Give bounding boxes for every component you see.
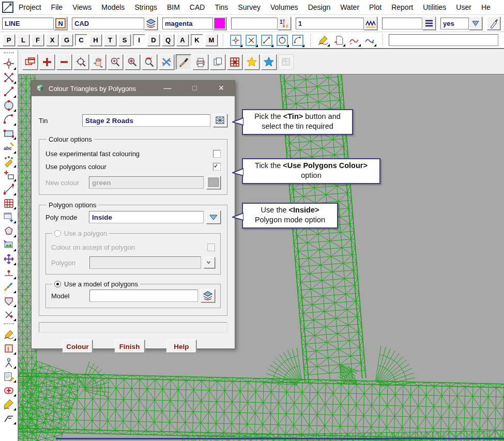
create-circle-icon[interactable] [1, 99, 17, 112]
create-arc-icon[interactable] [1, 113, 17, 126]
poly-mode-input[interactable] [89, 211, 204, 223]
poly-mode-dropdown[interactable] [206, 210, 221, 224]
help-button[interactable]: Help [166, 340, 196, 353]
linestyle-button[interactable] [422, 17, 436, 30]
snap-m-button[interactable]: M [205, 34, 218, 46]
new-window-icon[interactable] [1, 210, 17, 224]
add-view-button[interactable] [39, 54, 55, 70]
model-picker-button[interactable] [144, 17, 158, 30]
snap-t-button[interactable]: T [104, 34, 116, 46]
edit-string-icon[interactable] [1, 155, 17, 168]
point-on-line-icon[interactable] [1, 266, 17, 280]
create-text-icon[interactable]: abc [1, 141, 17, 154]
menu-tins[interactable]: Tins [215, 3, 228, 11]
favourites-star-blue-button[interactable] [261, 54, 277, 70]
cad-tinable-input[interactable] [440, 18, 469, 29]
finish-button[interactable]: Finish [115, 340, 145, 353]
measure-icon[interactable] [1, 183, 17, 196]
model-picker-button[interactable] [201, 289, 215, 302]
menu-project[interactable]: Project [19, 3, 41, 11]
favourites-star-yellow-button[interactable] [244, 54, 259, 70]
delete-point-icon[interactable] [1, 308, 17, 322]
snap-cursor-icon[interactable] [244, 33, 258, 48]
snap-s-button[interactable]: S [118, 34, 131, 46]
breakline-button[interactable] [364, 17, 377, 30]
refresh-button[interactable] [159, 54, 174, 70]
snap-circle-icon[interactable] [275, 33, 289, 48]
colour-picker-button[interactable] [213, 17, 226, 30]
snap-g-button[interactable]: G [60, 34, 73, 46]
cad-height-input[interactable] [231, 18, 278, 29]
use-a-model-radio[interactable] [54, 281, 61, 287]
translate-icon[interactable] [1, 252, 17, 266]
views-menu-button[interactable] [22, 54, 38, 70]
height-button[interactable]: 1z [278, 17, 291, 30]
cad-curve-red-icon[interactable] [347, 33, 361, 47]
create-line-icon[interactable] [1, 85, 17, 98]
app-icon[interactable] [2, 2, 13, 13]
colour-segment-icon[interactable] [1, 280, 17, 294]
window-grid-button[interactable] [227, 54, 242, 70]
survey-icon[interactable] [1, 356, 17, 369]
snap-i-button[interactable]: I [133, 34, 145, 46]
cad-curve-colour-icon[interactable] [362, 33, 377, 47]
menu-file[interactable]: File [51, 3, 63, 11]
snap-p-button[interactable]: P [3, 34, 15, 46]
remove-view-button[interactable] [56, 54, 72, 70]
close-button[interactable]: × [208, 81, 235, 96]
snap-c-button[interactable]: C [75, 34, 87, 46]
tin-picker-button[interactable] [213, 114, 227, 127]
maximize-button[interactable] [181, 81, 208, 96]
menu-utilities[interactable]: Utilities [423, 3, 446, 11]
plot-button[interactable] [193, 54, 208, 70]
interface-icon[interactable]: I [1, 342, 17, 355]
snap-point-icon[interactable] [228, 33, 243, 48]
snap-line-icon[interactable] [259, 33, 274, 48]
snap-x-button[interactable]: X [46, 34, 58, 46]
pan-button[interactable] [90, 54, 106, 70]
cad-model-input[interactable] [72, 18, 144, 29]
cad-page-icon[interactable] [331, 33, 346, 47]
dialog-titlebar[interactable]: 12 Colour Triangles by Polygons — × [32, 81, 235, 96]
cad-draw-icon[interactable] [316, 33, 330, 47]
notes-icon[interactable] [1, 370, 17, 383]
snap-q-button[interactable]: Q [162, 34, 174, 46]
cad-linestyle-input[interactable] [382, 18, 422, 29]
cad-line-weight-input[interactable] [296, 18, 364, 29]
colour-button[interactable]: Colour [63, 340, 93, 353]
cad-colour-input[interactable] [162, 18, 213, 29]
grid-icon[interactable] [1, 196, 17, 210]
menu-models[interactable]: Models [101, 3, 125, 11]
polygon-icon[interactable] [1, 224, 17, 238]
fit-view-button[interactable] [73, 54, 89, 70]
snap-k-button[interactable]: K [191, 34, 203, 46]
menu-he[interactable]: He [481, 3, 491, 11]
command-input[interactable] [389, 34, 498, 46]
add-point-icon[interactable] [1, 169, 17, 182]
menu-survey[interactable]: Survey [238, 3, 261, 11]
name-style-button[interactable]: N [54, 17, 67, 30]
boundary-icon[interactable] [1, 384, 17, 397]
tin-input[interactable] [82, 114, 210, 127]
redraw-button[interactable] [176, 54, 191, 70]
cad-text-style-input[interactable] [2, 18, 54, 29]
menu-views[interactable]: Views [72, 3, 91, 11]
fence-icon[interactable] [1, 412, 17, 425]
use-polygons-colour-checkbox[interactable] [213, 163, 221, 171]
zoom-previous-button[interactable] [142, 54, 157, 70]
menu-user[interactable]: User [456, 3, 471, 11]
menu-volumes[interactable]: Volumes [270, 3, 298, 11]
snap-arc-icon[interactable] [291, 33, 305, 48]
fast-colouring-checkbox[interactable] [213, 150, 221, 158]
menu-design[interactable]: Design [308, 3, 331, 11]
menu-plot[interactable]: Plot [369, 3, 381, 11]
menu-bim[interactable]: BIM [167, 3, 180, 11]
image-icon[interactable] [1, 238, 17, 252]
snap-f-button[interactable]: F [32, 34, 44, 46]
tinable-dropdown[interactable] [469, 17, 482, 30]
snap-a-button[interactable]: A [176, 34, 189, 46]
minimize-button[interactable]: — [154, 81, 181, 96]
snap-d-button[interactable]: D [147, 34, 160, 46]
menu-cad[interactable]: CAD [190, 3, 205, 11]
copy-view-button[interactable] [210, 54, 225, 70]
